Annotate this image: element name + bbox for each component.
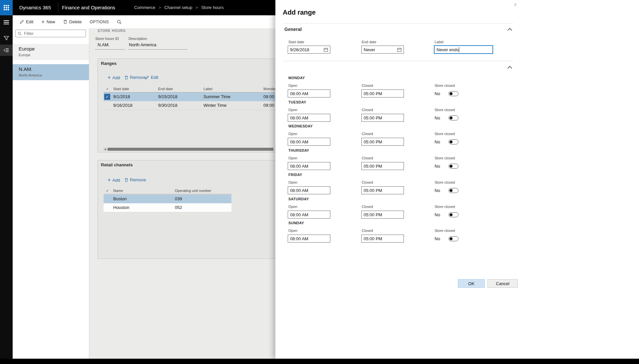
help-icon[interactable]: ? bbox=[514, 3, 516, 8]
ranges-add-button[interactable]: + Add bbox=[108, 75, 120, 80]
store-closed-value: No bbox=[435, 164, 440, 169]
store-closed-toggle[interactable] bbox=[449, 164, 459, 169]
plus-icon: + bbox=[41, 19, 44, 25]
column-header-operating-unit[interactable]: Operating unit number bbox=[175, 189, 211, 193]
product-title[interactable]: Dynamics 365 bbox=[19, 0, 51, 15]
store-closed-toggle[interactable] bbox=[449, 115, 459, 120]
list-item-europe[interactable]: Europe Europe bbox=[13, 44, 89, 60]
delete-button[interactable]: Delete bbox=[63, 19, 82, 24]
store-closed-toggle[interactable] bbox=[449, 91, 459, 96]
open-time-input[interactable]: 08:00 AM bbox=[288, 235, 330, 243]
app-title[interactable]: Finance and Operations bbox=[62, 0, 115, 15]
closed-label: Closed bbox=[362, 205, 373, 209]
row-check-icon[interactable]: ✓ bbox=[104, 94, 110, 100]
breadcrumb-commerce[interactable]: Commerce bbox=[134, 0, 156, 15]
toolbar-search-button[interactable] bbox=[117, 20, 122, 24]
store-closed-label: Store closed bbox=[435, 84, 455, 88]
action-toolbar: Edit + New Delete OPTIONS bbox=[13, 15, 275, 28]
column-header-label[interactable]: Label bbox=[203, 87, 212, 91]
closed-time-input[interactable]: 05:00 PM bbox=[361, 114, 404, 122]
options-menu-button[interactable]: OPTIONS bbox=[90, 20, 109, 24]
open-time-input[interactable]: 08:00 AM bbox=[288, 162, 330, 170]
day-label: MONDAY bbox=[288, 76, 305, 80]
sidepane-toggle-button[interactable] bbox=[0, 45, 13, 56]
new-label: New bbox=[47, 19, 55, 24]
open-time-input[interactable]: 08:00 AM bbox=[288, 211, 330, 219]
store-closed-toggle[interactable] bbox=[449, 188, 459, 193]
flyout-title: Add range bbox=[283, 9, 316, 16]
list-item-nam[interactable]: N.AM. North America bbox=[13, 64, 89, 80]
channel-row[interactable]: Houston 052 bbox=[104, 203, 231, 212]
closed-time-input[interactable]: 05:00 PM bbox=[361, 162, 404, 170]
breadcrumb-separator: > bbox=[195, 0, 198, 15]
calendar-icon[interactable] bbox=[324, 48, 328, 52]
ok-button[interactable]: OK bbox=[458, 279, 485, 288]
open-time-input[interactable]: 08:00 AM bbox=[288, 90, 330, 97]
column-header-name[interactable]: Name bbox=[113, 189, 123, 193]
open-time-input[interactable]: 08:00 AM bbox=[288, 114, 330, 122]
scroll-left-arrow[interactable]: ◄ bbox=[104, 148, 107, 151]
text-caret bbox=[459, 47, 459, 52]
open-time-value: 08:00 AM bbox=[290, 212, 328, 217]
closed-time-input[interactable]: 05:00 PM bbox=[361, 211, 404, 219]
channels-remove-button[interactable]: Remove bbox=[125, 177, 146, 182]
filter-input[interactable] bbox=[23, 31, 84, 36]
cancel-button[interactable]: Cancel bbox=[487, 279, 518, 288]
breadcrumb-channel-setup[interactable]: Channel setup bbox=[164, 0, 192, 15]
column-header-end-date[interactable]: End date bbox=[158, 87, 173, 91]
store-closed-toggle[interactable] bbox=[449, 236, 459, 241]
closed-time-input[interactable]: 05:00 PM bbox=[361, 90, 404, 97]
end-date-label: End date bbox=[362, 40, 376, 44]
toggle-knob-icon bbox=[450, 92, 453, 95]
closed-time-value: 05:00 PM bbox=[364, 236, 402, 241]
store-closed-value: No bbox=[435, 236, 440, 241]
cell-end-date: 9/30/2018 bbox=[158, 101, 177, 110]
edit-button[interactable]: Edit bbox=[20, 19, 33, 24]
scrollbar-thumb[interactable] bbox=[108, 148, 273, 151]
closed-time-input[interactable]: 05:00 PM bbox=[361, 138, 404, 146]
list-item-subtitle: Europe bbox=[19, 53, 89, 57]
open-time-input[interactable]: 08:00 AM bbox=[288, 138, 330, 146]
description-field[interactable]: North America bbox=[128, 42, 187, 50]
ranges-remove-button[interactable]: Remove bbox=[125, 75, 146, 80]
general-section-title: General bbox=[284, 27, 302, 32]
cell-name: Houston bbox=[113, 203, 129, 212]
column-header-start-date[interactable]: Start date bbox=[113, 87, 129, 91]
filter-box[interactable] bbox=[15, 30, 86, 37]
description-value: North America bbox=[129, 42, 156, 47]
hamburger-menu-button[interactable] bbox=[0, 17, 13, 28]
closed-time-input[interactable]: 05:00 PM bbox=[361, 235, 404, 243]
store-hours-id-field[interactable]: N.AM. bbox=[95, 42, 125, 50]
ranges-edit-button[interactable]: Edit bbox=[145, 75, 158, 80]
sidepane-toggle-icon bbox=[4, 48, 9, 52]
column-header-monday[interactable]: Monday bbox=[263, 87, 276, 91]
trash-icon bbox=[63, 20, 67, 24]
end-date-input[interactable]: Never bbox=[361, 46, 404, 54]
breadcrumb-store-hours[interactable]: Store hours bbox=[201, 0, 223, 15]
open-time-input[interactable]: 08:00 AM bbox=[288, 186, 330, 194]
day-block-wednesday: WEDNESDAY Open Closed Store closed 08:00… bbox=[275, 124, 528, 148]
store-closed-label: Store closed bbox=[435, 180, 455, 184]
breadcrumb-separator: > bbox=[159, 0, 161, 15]
channel-row-selected[interactable]: Boston 039 bbox=[104, 195, 231, 203]
store-closed-value: No bbox=[435, 139, 440, 144]
calendar-icon[interactable] bbox=[397, 48, 402, 52]
open-label: Open bbox=[288, 84, 297, 88]
channels-add-button[interactable]: + Add bbox=[108, 177, 120, 183]
open-label: Open bbox=[288, 180, 297, 184]
funnel-icon bbox=[4, 36, 9, 41]
store-closed-toggle[interactable] bbox=[449, 139, 459, 144]
new-button[interactable]: + New bbox=[41, 19, 55, 25]
filter-nav-button[interactable] bbox=[0, 33, 13, 44]
trash-icon bbox=[125, 76, 128, 80]
store-closed-label: Store closed bbox=[435, 156, 455, 160]
collapse-general-icon[interactable] bbox=[507, 28, 512, 33]
app-launcher-button[interactable] bbox=[0, 0, 13, 15]
end-date-value: Never bbox=[364, 47, 397, 52]
start-date-input[interactable]: 9/26/2018 bbox=[288, 46, 330, 54]
pencil-icon bbox=[145, 76, 149, 80]
store-closed-toggle[interactable] bbox=[449, 212, 459, 217]
collapse-days-icon[interactable] bbox=[507, 66, 512, 71]
closed-time-input[interactable]: 05:00 PM bbox=[361, 186, 404, 194]
label-input[interactable]: Never ends bbox=[434, 45, 493, 54]
